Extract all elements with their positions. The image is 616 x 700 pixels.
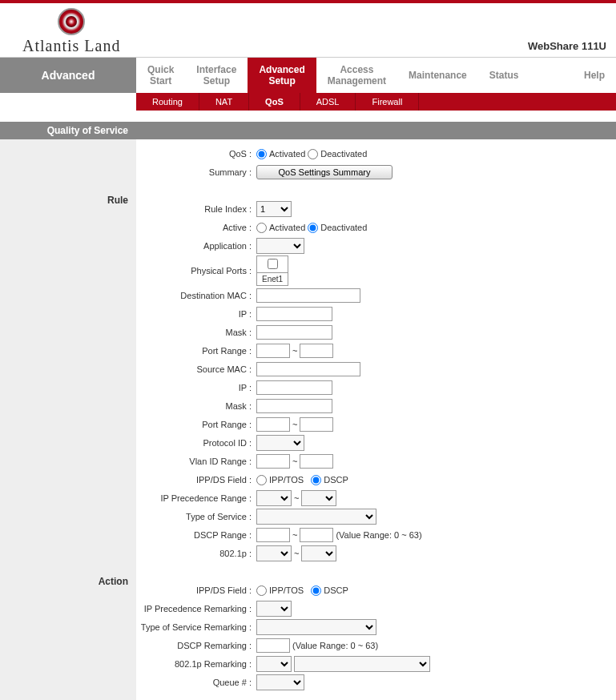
label-ippds: IPP/DS Field : [136,475,256,485]
label-qos: QoS : [136,149,256,159]
select-ip-prec-remark[interactable] [256,601,292,617]
input-src-port-to[interactable] [300,417,333,432]
label-active: Active : [136,223,256,232]
radio-qos-deactivated[interactable] [308,149,318,159]
select-8021p-remark-a[interactable] [256,656,292,672]
select-8021p-to[interactable] [301,545,336,561]
select-ip-prec-from[interactable] [256,490,292,506]
dscp-note: (Value Range: 0 ~ 63) [336,530,421,540]
tab-interface-setup[interactable]: InterfaceSetup [185,58,248,93]
content-rule: Rule Rule Index : 1 Active : Activated D… [0,190,616,571]
label-dest-ip: IP : [136,309,256,319]
dscp-remark-note: (Value Range: 0 ~ 63) [292,641,378,650]
main-nav-active-label: Advanced [0,58,136,93]
select-8021p-from[interactable] [256,545,292,561]
radio-rule-deactivated[interactable] [308,223,318,233]
label-src-mask: Mask : [136,401,256,411]
label-dscp-range: DSCP Range : [136,530,256,540]
main-nav: Advanced QuickStart InterfaceSetup Advan… [0,58,616,93]
label-src-ip: IP : [136,383,256,392]
label-physical-ports: Physical Ports : [136,266,256,276]
radio-qos-activated[interactable] [256,149,267,159]
tab-advanced-setup[interactable]: AdvancedSetup [248,58,316,93]
radio-dscp[interactable] [311,475,321,485]
input-dest-mac[interactable] [256,288,360,303]
label-protocol-id: Protocol ID : [136,438,256,448]
label-summary: Summary : [136,167,256,177]
input-dest-mask[interactable] [256,325,332,340]
subtab-adsl[interactable]: ADSL [300,93,356,111]
label-dest-port-range: Port Range : [136,346,256,356]
select-tos[interactable] [256,509,376,525]
radio-rule-activated[interactable] [256,223,267,233]
label-rule-index: Rule Index : [136,204,256,214]
subtab-qos[interactable]: QoS [249,93,300,111]
qos-settings-summary-button[interactable]: QoS Settings Summary [256,165,393,179]
content-qos-summary: QoS : Activated Deactivated Summary : Qo… [0,139,616,190]
main-nav-items: QuickStart InterfaceSetup AdvancedSetup … [136,58,616,93]
radio-ipptos[interactable] [256,475,267,485]
input-src-mask[interactable] [256,399,332,413]
label-tos-remark: Type of Service Remarking : [136,622,256,632]
label-vlan-id-range: Vlan ID Range : [136,457,256,466]
label-8021p-remark: 802.1p Remarking : [136,659,256,669]
select-rule-index[interactable]: 1 [256,201,292,217]
checkbox-enet1[interactable] [268,259,278,269]
label-dest-mac: Destination MAC : [136,291,256,300]
select-protocol-id[interactable] [256,435,304,451]
input-src-port-from[interactable] [256,417,290,432]
tab-help[interactable]: Help [573,58,616,93]
select-8021p-remark-b[interactable] [294,656,430,672]
input-dest-ip[interactable] [256,307,332,321]
label-dest-mask: Mask : [136,328,256,337]
tab-access-management[interactable]: AccessManagement [316,58,397,93]
sub-nav: Routing NAT QoS ADSL Firewall [0,93,616,111]
subtab-nat[interactable]: NAT [199,93,249,111]
radio-qos-deactivated-label: Deactivated [320,149,367,159]
content-action: Action IPP/DS Field : IPP/TOS DSCP IP Pr… [0,571,616,700]
subtab-firewall[interactable]: Firewall [356,93,419,111]
label-action-ippds: IPP/DS Field : [136,585,256,595]
label-dscp-remark: DSCP Remarking : [136,641,256,650]
brand-text: Atlantis Land [22,37,120,55]
label-application: Application : [136,241,256,251]
label-ip-prec-remark: IP Precedence Remarking : [136,604,256,614]
input-vlan-from[interactable] [256,454,290,469]
radio-action-ipptos[interactable] [256,585,267,596]
label-queue-num: Queue # : [136,678,256,687]
tab-quick-start[interactable]: QuickStart [136,58,185,93]
port-label-enet1: Enet1 [257,273,288,286]
select-queue-num[interactable] [256,674,304,690]
subtab-routing[interactable]: Routing [136,93,199,111]
header: Atlantis Land WebShare 111U [0,3,616,58]
action-header: Action [0,571,136,700]
section-header: Quality of Service [0,122,616,139]
brand-logo: Atlantis Land [22,8,120,55]
product-name: WebShare 111U [528,40,606,55]
tab-status[interactable]: Status [478,58,530,93]
select-ip-prec-to[interactable] [301,490,336,506]
logo-icon [58,8,85,35]
label-src-mac: Source MAC : [136,364,256,374]
input-dscp-to[interactable] [300,528,333,542]
label-ip-prec-range: IP Precedence Range : [136,493,256,503]
input-src-ip[interactable] [256,380,332,395]
section-title: Quality of Service [0,122,136,139]
label-tos: Type of Service : [136,512,256,521]
input-dscp-remark[interactable] [256,638,290,653]
input-src-mac[interactable] [256,362,360,376]
input-vlan-to[interactable] [300,454,333,469]
label-src-port-range: Port Range : [136,420,256,429]
input-dest-port-to[interactable] [300,344,333,358]
radio-qos-activated-label: Activated [269,149,305,159]
tab-maintenance[interactable]: Maintenance [397,58,478,93]
radio-action-dscp[interactable] [311,585,321,596]
input-dscp-from[interactable] [256,528,290,542]
rule-header: Rule [0,190,136,571]
physical-ports-table: Enet1 [256,255,288,286]
input-dest-port-from[interactable] [256,344,290,358]
select-tos-remark[interactable] [256,619,376,635]
select-application[interactable] [256,238,304,254]
label-8021p: 802.1p : [136,549,256,558]
